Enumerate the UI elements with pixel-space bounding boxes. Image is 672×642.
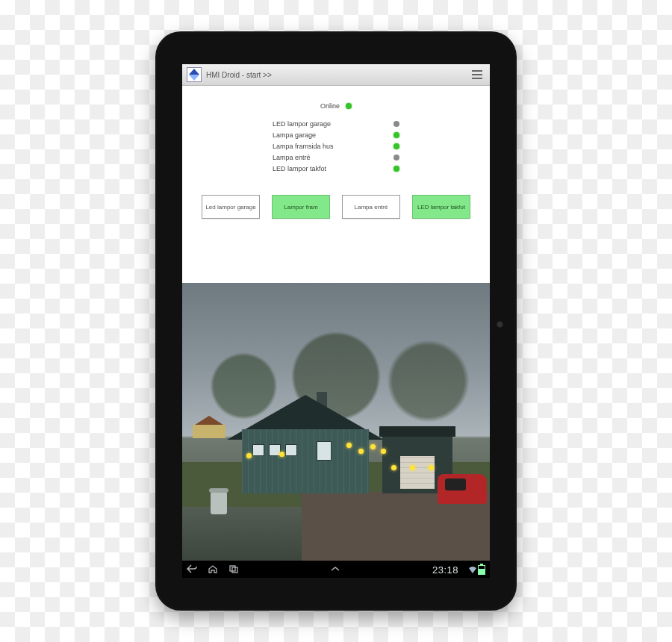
status-indicator-icon bbox=[393, 132, 399, 138]
recent-apps-icon[interactable] bbox=[228, 564, 239, 575]
status-indicator-icon bbox=[393, 155, 399, 160]
status-row: LED lampor takfot bbox=[273, 165, 399, 172]
back-icon[interactable] bbox=[187, 564, 197, 575]
status-label: Lampa framsida hus bbox=[273, 143, 393, 150]
menu-icon[interactable] bbox=[469, 67, 485, 82]
status-tray bbox=[469, 565, 485, 575]
status-row: Lampa entré bbox=[273, 154, 399, 161]
android-navbar: 23:18 bbox=[182, 561, 490, 578]
status-indicator-icon bbox=[393, 166, 399, 172]
app-titlebar: HMI Droid - start >> bbox=[182, 64, 490, 86]
status-indicator-icon bbox=[393, 143, 399, 149]
svg-marker-1 bbox=[189, 75, 199, 81]
control-button[interactable]: Led lampor garage bbox=[202, 195, 260, 219]
control-button[interactable]: Lampa entré bbox=[342, 195, 400, 219]
status-label: Lampa entré bbox=[273, 154, 393, 161]
house-image bbox=[182, 283, 490, 561]
expand-up-icon[interactable] bbox=[330, 565, 340, 574]
clock: 23:18 bbox=[432, 564, 458, 576]
tablet-screen: HMI Droid - start >> Online LED lampor g… bbox=[182, 64, 490, 578]
app-title: HMI Droid - start >> bbox=[206, 71, 272, 79]
online-status: Online bbox=[320, 102, 352, 110]
status-label: Lampa garage bbox=[273, 131, 393, 139]
status-indicator-icon bbox=[393, 121, 399, 127]
status-label: LED lampor garage bbox=[273, 120, 393, 128]
battery-icon bbox=[478, 565, 485, 575]
status-row: Lampa framsida hus bbox=[273, 143, 399, 150]
control-button[interactable]: LED lampor takfot bbox=[412, 195, 470, 219]
page-background: HMI Droid - start >> Online LED lampor g… bbox=[0, 0, 672, 642]
app-logo-icon bbox=[187, 67, 202, 82]
status-row: Lampa garage bbox=[273, 131, 399, 139]
svg-marker-0 bbox=[189, 69, 199, 75]
status-row: LED lampor garage bbox=[273, 120, 399, 128]
home-icon[interactable] bbox=[208, 564, 218, 575]
button-row: Led lampor garageLampor framLampa entréL… bbox=[202, 195, 470, 219]
tablet-camera bbox=[497, 321, 503, 328]
control-button[interactable]: Lampor fram bbox=[272, 195, 330, 219]
control-panel: Online LED lampor garageLampa garageLamp… bbox=[182, 86, 490, 283]
wifi-icon bbox=[469, 566, 476, 574]
status-label: LED lampor takfot bbox=[273, 165, 393, 172]
tablet-frame: HMI Droid - start >> Online LED lampor g… bbox=[155, 31, 517, 611]
status-list: LED lampor garageLampa garageLampa frams… bbox=[273, 120, 399, 172]
online-indicator-icon bbox=[346, 103, 352, 109]
online-label: Online bbox=[320, 102, 340, 110]
